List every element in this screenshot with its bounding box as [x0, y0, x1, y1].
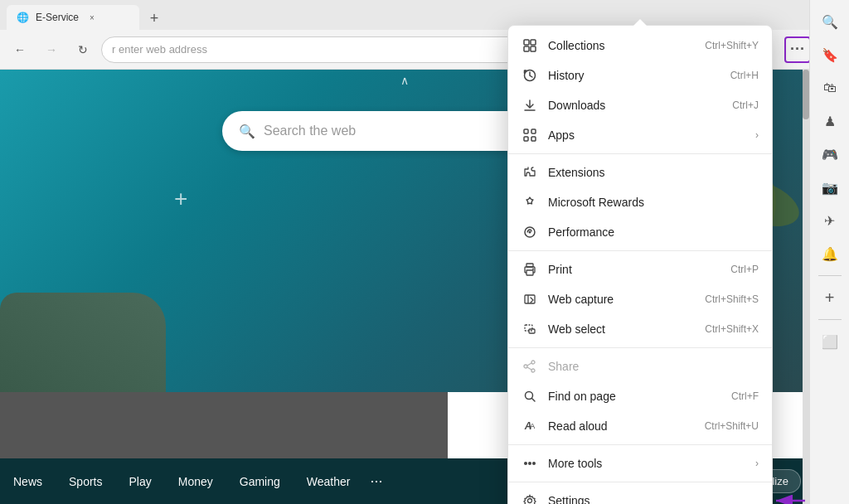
svg-rect-20	[531, 137, 536, 141]
news-tab-money[interactable]: Money	[165, 458, 226, 504]
new-tab-button[interactable]: +	[143, 7, 166, 30]
share-icon	[522, 358, 538, 375]
tab-favicon: 🌐	[17, 12, 29, 23]
menu-item-history[interactable]: History Ctrl+H	[508, 61, 772, 90]
apps-arrow: ›	[755, 129, 759, 141]
tab-close-button[interactable]: ×	[85, 11, 99, 24]
sidebar-screenshot-icon[interactable]: 📷	[815, 172, 845, 202]
svg-rect-19	[524, 137, 528, 141]
sidebar-favorites-icon[interactable]: 🔖	[815, 40, 845, 70]
menu-item-collections[interactable]: Collections Ctrl+Shift+Y	[508, 31, 772, 61]
svg-line-35	[527, 367, 531, 370]
sidebar-layout-icon[interactable]: ⬜	[815, 327, 845, 356]
sidebar-media-icon[interactable]: 🎮	[815, 139, 845, 169]
svg-line-37	[532, 399, 536, 402]
url-text: r enter web address	[112, 43, 207, 56]
news-tab-sports[interactable]: Sports	[56, 458, 115, 504]
menu-item-readaloud[interactable]: A A Read aloud Ctrl+Shift+U	[508, 411, 772, 441]
webcapture-shortcut: Ctrl+Shift+S	[705, 293, 759, 305]
apps-icon	[522, 127, 538, 143]
performance-icon	[522, 224, 538, 240]
menu-item-print[interactable]: Print Ctrl+P	[508, 254, 772, 284]
sidebar-share-icon[interactable]: ✈	[815, 206, 845, 235]
add-widget-button[interactable]: +	[174, 186, 187, 212]
search-input-label: Search the web	[264, 124, 356, 138]
print-icon	[522, 261, 538, 278]
svg-rect-11	[531, 40, 536, 45]
scroll-up-indicator[interactable]: ∧	[400, 74, 409, 87]
menu-item-apps[interactable]: Apps ›	[508, 120, 772, 150]
extensions-icon	[522, 164, 538, 181]
news-tab-weather[interactable]: Weather	[294, 458, 364, 504]
svg-rect-17	[524, 129, 528, 133]
findonpage-shortcut: Ctrl+F	[731, 390, 759, 402]
moretools-label: More tools	[548, 457, 745, 470]
sidebar-add-icon[interactable]: +	[815, 283, 845, 313]
findonpage-label: Find on page	[548, 390, 721, 403]
menu-arrow-indicator	[633, 19, 647, 26]
svg-point-39	[524, 462, 527, 465]
sidebar-divider-2	[818, 319, 842, 320]
sidebar-shopping-icon[interactable]: 🛍	[815, 73, 845, 103]
menu-item-downloads[interactable]: Downloads Ctrl+J	[508, 90, 772, 120]
collections-label: Collections	[548, 39, 695, 52]
history-label: History	[548, 69, 720, 82]
news-more-button[interactable]: ···	[363, 472, 389, 490]
menu-item-webcapture[interactable]: Web capture Ctrl+Shift+S	[508, 284, 772, 314]
svg-point-32	[531, 369, 535, 372]
person-image	[0, 293, 166, 392]
scrollbar[interactable]	[803, 70, 809, 504]
downloads-shortcut: Ctrl+J	[732, 99, 759, 111]
news-tab-news[interactable]: News	[0, 458, 56, 504]
context-menu: Collections Ctrl+Shift+Y History Ctrl+H …	[507, 25, 773, 504]
svg-point-38	[528, 462, 531, 465]
scrollbar-thumb[interactable]	[803, 70, 809, 119]
menu-item-settings[interactable]: Settings	[508, 486, 772, 504]
more-button[interactable]: ···	[784, 36, 811, 63]
downloads-icon	[522, 97, 538, 114]
back-button[interactable]: ←	[7, 36, 33, 63]
webcapture-label: Web capture	[548, 293, 695, 306]
settings-icon	[522, 492, 538, 504]
svg-point-31	[531, 361, 535, 364]
webselect-shortcut: Ctrl+Shift+X	[705, 323, 759, 335]
news-tab-gaming[interactable]: Gaming	[226, 458, 294, 504]
sidebar-divider	[818, 275, 842, 276]
webselect-icon	[522, 321, 538, 337]
sidebar-notifications-icon[interactable]: 🔔	[815, 239, 845, 269]
divider-5	[508, 482, 772, 482]
news-tab-play[interactable]: Play	[115, 458, 164, 504]
svg-rect-12	[524, 46, 529, 51]
collections-shortcut: Ctrl+Shift+Y	[705, 40, 759, 51]
settings-label: Settings	[548, 494, 759, 504]
svg-line-34	[527, 363, 531, 366]
svg-point-26	[532, 269, 534, 270]
tab-title: E-Service	[36, 12, 79, 23]
refresh-button[interactable]: ↻	[70, 36, 96, 63]
webselect-label: Web select	[548, 322, 695, 336]
svg-point-40	[532, 462, 536, 465]
forward-button[interactable]: →	[38, 36, 65, 63]
findonpage-icon	[522, 388, 538, 405]
svg-point-22	[529, 231, 531, 234]
settings-pointer-arrow	[768, 489, 809, 504]
menu-item-findonpage[interactable]: Find on page Ctrl+F	[508, 381, 772, 411]
news-image-left	[0, 392, 448, 458]
svg-rect-10	[524, 40, 529, 45]
active-tab[interactable]: 🌐 E-Service ×	[7, 5, 139, 30]
svg-rect-27	[525, 295, 535, 303]
sidebar-games-icon[interactable]: ♟	[815, 106, 845, 136]
sidebar-search-icon[interactable]: 🔍	[815, 7, 845, 36]
menu-item-performance[interactable]: Performance	[508, 217, 772, 247]
divider-3	[508, 347, 772, 348]
menu-item-extensions[interactable]: Extensions	[508, 158, 772, 187]
menu-item-moretools[interactable]: More tools ›	[508, 448, 772, 478]
apps-label: Apps	[548, 128, 745, 142]
menu-item-rewards[interactable]: Microsoft Rewards	[508, 187, 772, 217]
sidebar: 🔍 🔖 🛍 ♟ 🎮 📷 ✈ 🔔 + ⬜	[809, 0, 849, 504]
downloads-label: Downloads	[548, 99, 722, 112]
print-shortcut: Ctrl+P	[730, 264, 759, 275]
history-shortcut: Ctrl+H	[730, 70, 759, 81]
svg-point-41	[528, 499, 532, 503]
menu-item-webselect[interactable]: Web select Ctrl+Shift+X	[508, 314, 772, 344]
